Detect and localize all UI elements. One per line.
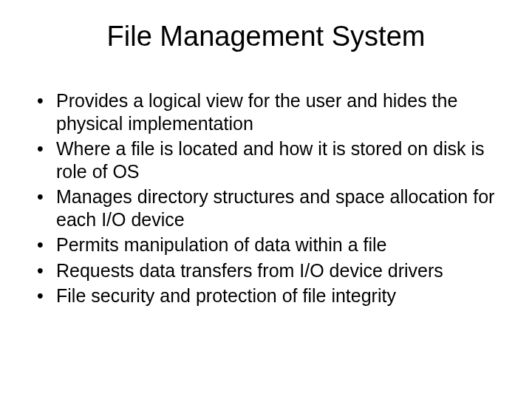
list-item: Permits manipulation of data within a fi…	[37, 233, 502, 256]
list-item: Requests data transfers from I/O device …	[37, 259, 502, 282]
slide: File Management System Provides a logica…	[0, 0, 532, 399]
list-item: Manages directory structures and space a…	[37, 185, 502, 231]
bullet-list: Provides a logical view for the user and…	[30, 89, 502, 307]
list-item: Where a file is located and how it is st…	[37, 137, 502, 183]
list-item: Provides a logical view for the user and…	[37, 89, 502, 134]
slide-title: File Management System	[30, 21, 502, 52]
list-item: File security and protection of file int…	[37, 284, 502, 307]
